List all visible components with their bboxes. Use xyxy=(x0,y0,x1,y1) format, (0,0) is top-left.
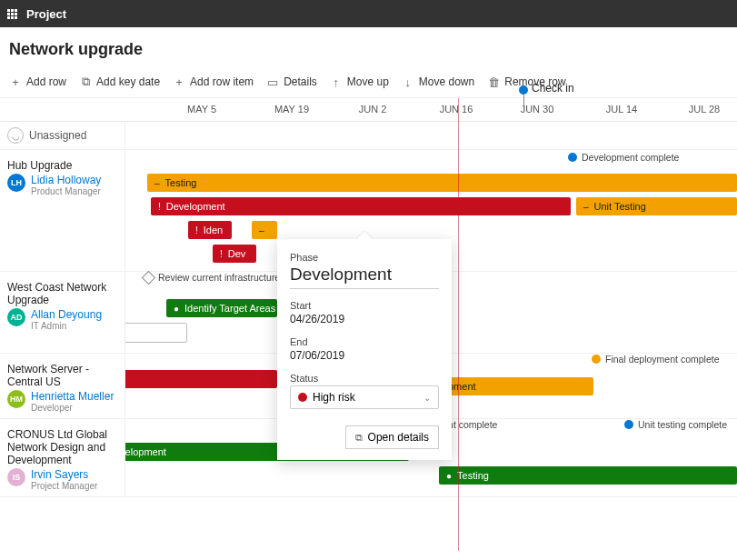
milestone[interactable]: Final deployment complete xyxy=(592,354,719,365)
end-date-value[interactable]: 07/06/2019 xyxy=(290,349,439,362)
owner-role: IT Admin xyxy=(31,321,102,331)
owner[interactable]: HMHenrietta MuellerDeveloper xyxy=(7,390,117,413)
group-title: CRONUS Ltd Global Network Design and Dev… xyxy=(7,425,117,468)
gantt-bar[interactable]: – xyxy=(252,221,277,239)
move-up-button[interactable]: ↑Move up xyxy=(330,75,389,88)
bar-label: Identify Target Areas fo xyxy=(184,303,277,314)
status-select[interactable]: High risk ⌄ xyxy=(290,385,439,409)
checkin-label: Check in xyxy=(532,82,574,95)
add-key-date-button[interactable]: ⧉Add key date xyxy=(79,75,160,88)
owner-role: Developer xyxy=(31,403,114,413)
milestone-label: Unit testing complete xyxy=(638,419,727,430)
details-icon: ▭ xyxy=(266,75,279,88)
avatar: IS xyxy=(7,468,25,486)
app-launcher-icon[interactable] xyxy=(7,9,17,19)
phase-detail-popup: Phase Development Start 04/26/2019 End 0… xyxy=(277,239,452,460)
arrow-up-icon: ↑ xyxy=(330,75,343,88)
milestone[interactable]: Unit testing complete xyxy=(624,419,727,430)
timeline-date: MAY 5 xyxy=(187,104,216,115)
owner[interactable]: ISIrvin SayersProject Manager xyxy=(7,468,117,491)
milestone-diamond-icon xyxy=(142,270,156,285)
row-chart[interactable] xyxy=(125,122,737,149)
gantt-bar[interactable]: ●Identify Target Areas fo xyxy=(166,299,277,317)
gantt-bar[interactable] xyxy=(107,370,277,388)
status-icon: – xyxy=(259,225,264,235)
gantt-bar[interactable]: !Development xyxy=(151,197,571,215)
avatar: HM xyxy=(7,390,25,408)
avatar: AD xyxy=(7,308,25,326)
move-down-button[interactable]: ↓Move down xyxy=(402,75,474,88)
row-label[interactable]: Hub UpgradeLHLidia HollowayProduct Manag… xyxy=(0,150,125,271)
phase-name-input[interactable]: Development xyxy=(290,265,439,289)
bar-label: Iden xyxy=(204,225,223,235)
add-row-item-button[interactable]: +Add row item xyxy=(173,75,254,88)
status-value: High risk xyxy=(313,391,355,404)
gantt-bar[interactable]: ●Testing xyxy=(439,466,737,485)
bar-label: Testing xyxy=(165,177,197,188)
end-field-label: End xyxy=(290,336,439,347)
row-label[interactable]: CRONUS Ltd Global Network Design and Dev… xyxy=(0,419,125,496)
group-title: Hub Upgrade xyxy=(7,155,117,174)
status-indicator-icon xyxy=(298,393,307,402)
today-line xyxy=(458,98,459,551)
milestone-pin-icon xyxy=(624,420,633,429)
plus-icon: + xyxy=(9,75,22,88)
open-icon: ⧉ xyxy=(355,432,363,444)
trash-icon: 🗑 xyxy=(487,75,500,88)
milestone[interactable]: Development complete xyxy=(568,152,679,163)
group-title: Network Server - Central US xyxy=(7,359,117,390)
owner-name: Lidia Holloway xyxy=(31,174,101,186)
avatar: LH xyxy=(7,174,25,192)
gantt-bar[interactable]: –Unit Testing xyxy=(576,197,737,215)
timeline-date: JUL 14 xyxy=(606,104,637,115)
status-icon: – xyxy=(154,178,160,188)
group-title: West Coast Network Upgrade xyxy=(7,277,117,308)
owner[interactable]: LHLidia HollowayProduct Manager xyxy=(7,174,117,196)
unassigned-row[interactable]: ◡ Unassigned xyxy=(0,122,737,150)
milestone-pin-icon xyxy=(568,153,577,162)
bar-label: Unit Testing xyxy=(594,201,646,212)
gantt-bar[interactable]: pment xyxy=(441,377,593,395)
timeline-date: MAY 19 xyxy=(274,104,309,115)
arrow-down-icon: ↓ xyxy=(402,75,414,88)
status-icon: ● xyxy=(174,304,179,314)
bar-label: Development xyxy=(166,201,225,212)
timeline-date: JUL 28 xyxy=(689,104,720,115)
new-bar-input[interactable] xyxy=(124,323,187,343)
row-label[interactable]: West Coast Network UpgradeADAllan Deyoun… xyxy=(0,272,125,353)
bar-label: pment xyxy=(448,381,476,392)
row-label[interactable]: Network Server - Central USHMHenrietta M… xyxy=(0,354,125,418)
milestone-pin-icon xyxy=(592,355,601,364)
owner-name: Allan Deyoung xyxy=(31,308,102,321)
chevron-down-icon: ⌄ xyxy=(423,393,431,403)
bar-label: Dev xyxy=(228,248,246,259)
app-name: Project xyxy=(26,7,66,21)
status-icon: – xyxy=(583,202,589,212)
bar-label: Testing xyxy=(457,470,489,481)
gantt-bar[interactable]: –Testing xyxy=(147,174,737,192)
owner-role: Product Manager xyxy=(31,186,101,196)
checkin-marker[interactable]: Check in xyxy=(519,85,528,111)
phase-field-label: Phase xyxy=(290,252,439,263)
add-row-button[interactable]: +Add row xyxy=(9,75,66,88)
gantt-bar[interactable]: !Dev xyxy=(213,245,256,263)
owner-name: Irvin Sayers xyxy=(31,468,97,481)
person-icon: ◡ xyxy=(7,127,24,144)
owner-name: Henrietta Mueller xyxy=(31,390,114,403)
checkin-pin-icon xyxy=(519,85,528,95)
status-icon: ! xyxy=(195,225,198,235)
status-field-label: Status xyxy=(290,373,439,384)
unassigned-label: ◡ Unassigned xyxy=(0,122,125,149)
timeline-date: JUN 2 xyxy=(359,104,387,115)
gantt-bar[interactable]: !Iden xyxy=(188,221,232,239)
timeline-header: MAY 5MAY 19JUN 2JUN 16JUN 30JUL 14JUL 28… xyxy=(0,98,737,122)
owner[interactable]: ADAllan DeyoungIT Admin xyxy=(7,308,117,331)
details-button[interactable]: ▭Details xyxy=(266,75,317,88)
plus-icon: + xyxy=(173,75,185,88)
start-date-value[interactable]: 04/26/2019 xyxy=(290,313,439,325)
open-details-button[interactable]: ⧉ Open details xyxy=(345,425,439,449)
app-topbar: Project xyxy=(0,0,737,27)
status-icon: ! xyxy=(158,202,161,212)
toolbar: +Add row ⧉Add key date +Add row item ▭De… xyxy=(0,68,737,98)
calendar-plus-icon: ⧉ xyxy=(79,75,92,88)
